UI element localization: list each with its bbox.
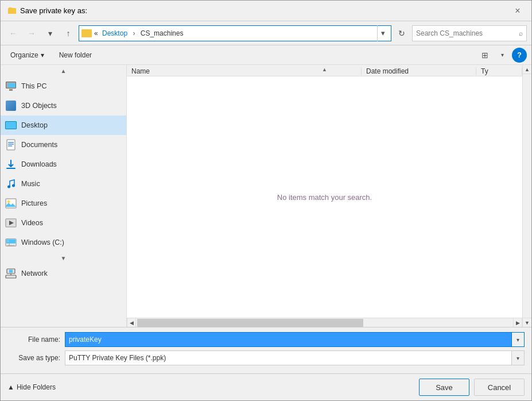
back-button[interactable]: ← <box>5 25 21 41</box>
view-dropdown-icon: ▾ <box>501 52 504 58</box>
breadcrumb-arrow: › <box>131 29 136 37</box>
new-folder-button[interactable]: New folder <box>54 48 97 63</box>
sidebar-item-downloads[interactable]: Downloads <box>1 155 126 174</box>
col-header-type[interactable]: Ty <box>476 67 522 75</box>
sidebar-item-label: Music <box>21 180 40 188</box>
hide-folders-icon: ▲ <box>7 383 14 391</box>
hide-folders-button[interactable]: ▲ Hide Folders <box>7 383 56 391</box>
scroll-down-button[interactable]: ▼ <box>523 318 532 327</box>
svg-rect-22 <box>6 275 16 278</box>
sidebar-scroll-up[interactable]: ▲ <box>1 65 126 76</box>
sidebar-scroll-down[interactable]: ▼ <box>1 252 126 264</box>
breadcrumb-folder-icon <box>81 29 92 37</box>
sidebar-item-this-pc[interactable]: This PC <box>1 76 126 96</box>
breadcrumb-part1[interactable]: Desktop <box>100 29 130 37</box>
windows-c-icon: C: <box>5 237 17 248</box>
savetype-select-wrap: PuTTY Private Key Files (*.ppk) ▾ <box>65 350 525 365</box>
svg-rect-20 <box>9 270 13 273</box>
forward-button[interactable]: → <box>24 25 40 41</box>
sidebar-item-label: Desktop <box>21 121 48 129</box>
refresh-button[interactable]: ↻ <box>394 25 410 41</box>
downloads-icon <box>5 159 17 170</box>
sidebar-item-label: Windows (C:) <box>21 238 64 246</box>
svg-point-11 <box>7 200 10 203</box>
sidebar-item-music[interactable]: Music <box>1 174 126 194</box>
file-header: ▲ Name Date modified Ty <box>127 65 522 76</box>
vertical-scrollbar: ▲ ▼ <box>522 65 531 327</box>
network-icon <box>5 268 17 279</box>
sec-toolbar: Organize ▾ New folder ⊞ ▾ ? <box>1 45 531 65</box>
search-input[interactable] <box>416 29 517 37</box>
sidebar-item-label: Network <box>21 269 48 277</box>
sidebar-item-pictures[interactable]: Pictures <box>1 194 126 213</box>
file-area: ▲ Name Date modified Ty <box>127 65 522 327</box>
svg-rect-1 <box>8 9 16 14</box>
filename-input[interactable] <box>65 332 512 347</box>
action-buttons: Save Cancel <box>419 379 525 396</box>
sidebar-item-network[interactable]: Network <box>1 264 126 283</box>
dialog-title: Save private key as: <box>20 6 87 15</box>
savetype-row: Save as type: PuTTY Private Key Files (*… <box>7 350 525 365</box>
close-button[interactable]: × <box>511 4 525 18</box>
sidebar-item-label: 3D Objects <box>21 102 57 110</box>
vert-scroll-track[interactable] <box>523 74 532 318</box>
col-header-date[interactable]: Date modified <box>362 67 476 75</box>
sidebar-item-label: Pictures <box>21 199 47 207</box>
svg-rect-3 <box>7 140 15 150</box>
cancel-button[interactable]: Cancel <box>474 379 525 396</box>
breadcrumb-bar: « Desktop › CS_machines ▾ <box>79 25 391 41</box>
sidebar-item-label: This PC <box>21 82 46 90</box>
filename-dropdown-button[interactable]: ▾ <box>512 332 525 347</box>
hide-folders-label: Hide Folders <box>17 383 56 391</box>
pictures-icon <box>5 198 17 209</box>
view-button[interactable]: ⊞ <box>477 48 492 63</box>
dialog-icon <box>7 6 17 16</box>
organize-button[interactable]: Organize ▾ <box>5 48 49 63</box>
sidebar-item-desktop[interactable]: Desktop <box>1 115 126 135</box>
save-button[interactable]: Save <box>419 379 469 396</box>
savetype-dropdown-button[interactable]: ▾ <box>512 350 525 365</box>
sidebar-item-3d-objects[interactable]: 3D Objects <box>1 96 126 115</box>
sidebar-item-videos[interactable]: Videos <box>1 213 126 233</box>
sidebar-item-label: Documents <box>21 141 57 149</box>
desktop-icon <box>5 119 17 131</box>
breadcrumb-part2[interactable]: CS_machines <box>138 29 186 37</box>
scroll-right-button[interactable]: ▶ <box>513 318 522 327</box>
savetype-select[interactable]: PuTTY Private Key Files (*.ppk) <box>65 350 512 365</box>
search-icon: ⌕ <box>519 29 523 37</box>
title-bar-left: Save private key as: <box>7 6 87 16</box>
bottom-buttons: ▲ Hide Folders Save Cancel <box>1 373 531 400</box>
help-button[interactable]: ? <box>512 48 527 63</box>
search-box: ⌕ <box>412 25 527 41</box>
horizontal-scrollbar: ◀ ▶ <box>127 318 522 327</box>
music-icon <box>5 178 17 190</box>
breadcrumb-dropdown-button[interactable]: ▾ <box>377 25 389 41</box>
savetype-label: Save as type: <box>7 354 65 362</box>
up-button[interactable]: ↑ <box>60 25 76 41</box>
svg-point-8 <box>7 186 10 188</box>
file-scroll-up[interactable]: ▲ <box>322 65 327 74</box>
nav-dropdown-button[interactable]: ▾ <box>42 25 58 41</box>
scroll-track[interactable] <box>136 318 513 327</box>
scroll-thumb[interactable] <box>137 319 363 327</box>
scroll-left-button[interactable]: ◀ <box>127 318 136 327</box>
svg-rect-2 <box>9 7 12 9</box>
filename-row: File name: ▾ <box>7 332 525 347</box>
breadcrumb-text: « Desktop › CS_machines <box>94 29 375 37</box>
svg-point-9 <box>12 184 15 187</box>
sidebar-item-label: Videos <box>21 219 43 227</box>
bottom-form: File name: ▾ Save as type: PuTTY Private… <box>1 327 531 373</box>
nav-toolbar: ← → ▾ ↑ « Desktop › CS_machines ▾ ↻ ⌕ <box>1 21 531 45</box>
view-dropdown-button[interactable]: ▾ <box>495 48 510 63</box>
save-dialog: Save private key as: × ← → ▾ ↑ « Desktop… <box>0 0 532 401</box>
sidebar: ▲ This PC 3D Objects <box>1 65 127 327</box>
scroll-up-button[interactable]: ▲ <box>523 65 532 74</box>
videos-icon <box>5 217 17 229</box>
title-bar: Save private key as: × <box>1 1 531 21</box>
filename-label: File name: <box>7 336 65 344</box>
filename-input-wrap: ▾ <box>65 332 525 347</box>
sidebar-item-documents[interactable]: Documents <box>1 135 126 155</box>
3d-objects-icon <box>5 100 17 111</box>
view-icon: ⊞ <box>481 51 488 60</box>
sidebar-item-windows-c[interactable]: C: Windows (C:) <box>1 233 126 252</box>
